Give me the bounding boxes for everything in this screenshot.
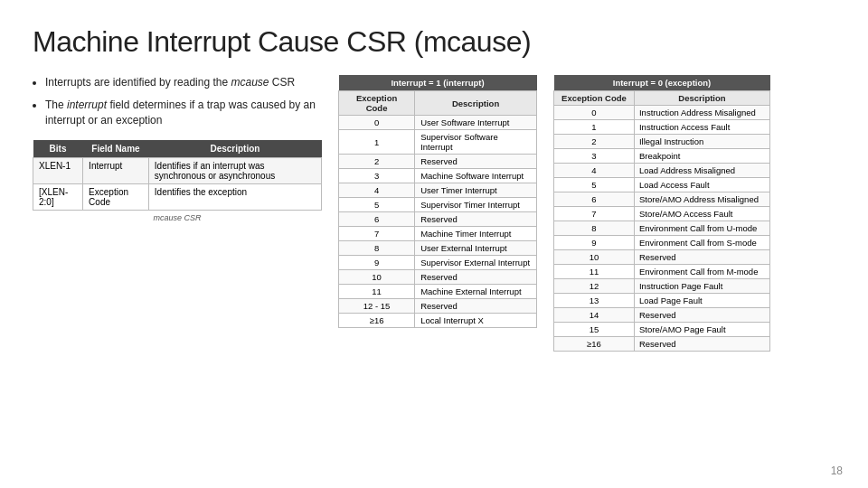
- exception-code-cell: 6: [554, 192, 635, 207]
- bits-col-header: Bits: [33, 140, 83, 158]
- interrupt-desc-cell: User Timer Interrupt: [415, 183, 537, 198]
- table-row: 6Store/AMO Address Misaligned: [554, 192, 770, 207]
- interrupt-table-title: Interrupt = 1 (interrupt): [339, 75, 537, 91]
- table-row: 13Load Page Fault: [554, 294, 770, 308]
- interrupt-desc-cell: Supervisor Timer Interrupt: [415, 198, 537, 212]
- exception-desc-cell: Illegal Instruction: [634, 135, 769, 149]
- table-row: 7Store/AMO Access Fault: [554, 207, 770, 221]
- table-row: 10Reserved: [339, 270, 537, 285]
- exception-panel: Interrupt = 0 (exception) Exception Code…: [553, 75, 770, 352]
- interrupt-code-cell: 4: [339, 183, 415, 198]
- table-row: 8User External Interrupt: [339, 241, 537, 256]
- interrupt-desc-cell: Local Interrupt X: [415, 314, 537, 328]
- exception-desc-cell: Load Page Fault: [634, 294, 769, 308]
- exception-code-cell: 10: [554, 250, 635, 265]
- interrupt-code-cell: 12 - 15: [339, 299, 415, 314]
- exception-code-header: Exception Code: [554, 91, 635, 106]
- interrupt-code-cell: 10: [339, 270, 415, 285]
- exception-code-cell: 9: [554, 236, 635, 250]
- exception-code-cell: ≥16: [554, 337, 635, 352]
- exception-code-cell: 13: [554, 294, 635, 308]
- field-cell: Interrupt: [83, 158, 149, 184]
- exception-desc-cell: Environment Call from S-mode: [634, 236, 769, 250]
- table-row: 11Environment Call from M-mode: [554, 265, 770, 279]
- bullet-list: Interrupts are identified by reading the…: [33, 75, 322, 127]
- interrupt-desc-header: Description: [415, 91, 537, 116]
- exception-code-cell: 8: [554, 221, 635, 236]
- interrupt-desc-cell: Reserved: [415, 270, 537, 285]
- table-row: 8Environment Call from U-mode: [554, 221, 770, 236]
- desc-cell: Identifies if an interrupt was synchrono…: [148, 158, 321, 184]
- interrupt-desc-cell: User External Interrupt: [415, 241, 537, 256]
- table-row: XLEN-1 Interrupt Identifies if an interr…: [33, 158, 322, 184]
- exception-desc-cell: Environment Call from U-mode: [634, 221, 769, 236]
- interrupt-code-cell: 5: [339, 198, 415, 212]
- exception-table: Interrupt = 0 (exception) Exception Code…: [553, 75, 770, 352]
- exception-desc-cell: Instruction Page Fault: [634, 279, 769, 294]
- table-row: 0User Software Interrupt: [339, 116, 537, 130]
- table-row: 12Instruction Page Fault: [554, 279, 770, 294]
- exception-table-title: Interrupt = 0 (exception): [554, 75, 770, 91]
- interrupt-desc-cell: Supervisor External Interrupt: [415, 256, 537, 270]
- table-row: 9Environment Call from S-mode: [554, 236, 770, 250]
- bullet-2: The interrupt field determines if a trap…: [45, 98, 322, 128]
- exception-code-cell: 15: [554, 323, 635, 337]
- table-row: 5Load Access Fault: [554, 178, 770, 192]
- exception-code-cell: 7: [554, 207, 635, 221]
- interrupt-code-cell: 0: [339, 116, 415, 130]
- exception-code-cell: 5: [554, 178, 635, 192]
- table-row: 1Instruction Access Fault: [554, 120, 770, 135]
- field-name-col-header: Field Name: [83, 140, 149, 158]
- slide: Machine Interrupt Cause CSR (mcause) Int…: [0, 0, 868, 488]
- interrupt-code-cell: 1: [339, 130, 415, 155]
- exception-desc-cell: Reserved: [634, 250, 769, 265]
- interrupt-code-cell: 6: [339, 212, 415, 227]
- interrupt-code-cell: ≥16: [339, 314, 415, 328]
- description-col-header: Description: [148, 140, 321, 158]
- interrupt-code-cell: 2: [339, 155, 415, 169]
- exception-code-cell: 12: [554, 279, 635, 294]
- table-row: 3Breakpoint: [554, 149, 770, 164]
- interrupt-panel: Interrupt = 1 (interrupt) Exception Code…: [338, 75, 537, 352]
- desc-cell: Identifies the exception: [148, 184, 321, 211]
- content-area: Interrupts are identified by reading the…: [33, 75, 835, 352]
- exception-desc-header: Description: [634, 91, 769, 106]
- exception-desc-cell: Load Address Misaligned: [634, 164, 769, 178]
- interrupt-desc-cell: Reserved: [415, 299, 537, 314]
- interrupt-desc-cell: Supervisor Software Interrupt: [415, 130, 537, 155]
- table-row: 4User Timer Interrupt: [339, 183, 537, 198]
- table-row: 15Store/AMO Page Fault: [554, 323, 770, 337]
- interrupt-code-cell: 7: [339, 227, 415, 241]
- interrupt-desc-cell: Machine Timer Interrupt: [415, 227, 537, 241]
- bullet-1: Interrupts are identified by reading the…: [45, 75, 322, 90]
- table-row: 14Reserved: [554, 308, 770, 323]
- table-row: 2Illegal Instruction: [554, 135, 770, 149]
- table-row: ≥16Local Interrupt X: [339, 314, 537, 328]
- exception-desc-cell: Environment Call from M-mode: [634, 265, 769, 279]
- table-row: 3Machine Software Interrupt: [339, 169, 537, 183]
- exception-desc-cell: Reserved: [634, 308, 769, 323]
- interrupt-code-cell: 8: [339, 241, 415, 256]
- table-row: [XLEN-2:0] Exception Code Identifies the…: [33, 184, 322, 211]
- left-panel: Interrupts are identified by reading the…: [33, 75, 322, 352]
- interrupt-desc-cell: User Software Interrupt: [415, 116, 537, 130]
- exception-code-cell: 14: [554, 308, 635, 323]
- slide-title: Machine Interrupt Cause CSR (mcause): [33, 25, 835, 59]
- table-row: 7Machine Timer Interrupt: [339, 227, 537, 241]
- exception-code-cell: 0: [554, 106, 635, 120]
- table-row: 11Machine External Interrupt: [339, 285, 537, 299]
- table-row: 1Supervisor Software Interrupt: [339, 130, 537, 155]
- table-row: 5Supervisor Timer Interrupt: [339, 198, 537, 212]
- exception-desc-cell: Load Access Fault: [634, 178, 769, 192]
- field-cell: Exception Code: [83, 184, 149, 211]
- interrupt-code-cell: 11: [339, 285, 415, 299]
- bits-cell: XLEN-1: [33, 158, 83, 184]
- table-row: ≥16Reserved: [554, 337, 770, 352]
- interrupt-desc-cell: Reserved: [415, 155, 537, 169]
- exception-code-cell: 1: [554, 120, 635, 135]
- interrupt-desc-cell: Machine Software Interrupt: [415, 169, 537, 183]
- exception-code-cell: 4: [554, 164, 635, 178]
- table-row: 4Load Address Misaligned: [554, 164, 770, 178]
- interrupt-code-cell: 9: [339, 256, 415, 270]
- exception-desc-cell: Breakpoint: [634, 149, 769, 164]
